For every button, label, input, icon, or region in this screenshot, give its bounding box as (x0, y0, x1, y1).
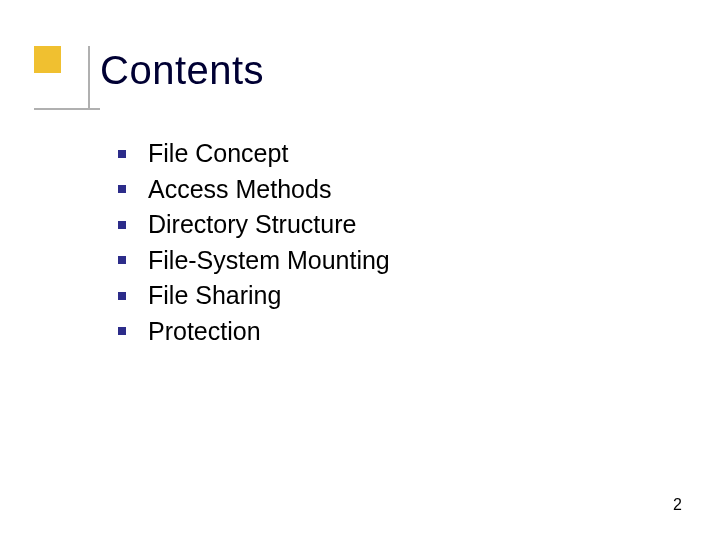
list-item: File-System Mounting (118, 243, 390, 279)
title-decoration (34, 46, 100, 110)
slide-title: Contents (100, 48, 264, 93)
list-item: Access Methods (118, 172, 390, 208)
list-item-label: Directory Structure (148, 207, 356, 243)
bullet-icon (118, 150, 126, 158)
content-list: File Concept Access Methods Directory St… (118, 136, 390, 349)
bullet-icon (118, 292, 126, 300)
bullet-icon (118, 256, 126, 264)
bullet-icon (118, 327, 126, 335)
accent-line-vertical (88, 46, 90, 110)
list-item: File Concept (118, 136, 390, 172)
list-item-label: File-System Mounting (148, 243, 390, 279)
bullet-icon (118, 221, 126, 229)
accent-line-horizontal (34, 108, 100, 110)
list-item-label: Access Methods (148, 172, 331, 208)
list-item: Directory Structure (118, 207, 390, 243)
list-item-label: Protection (148, 314, 261, 350)
list-item: Protection (118, 314, 390, 350)
list-item-label: File Concept (148, 136, 288, 172)
list-item: File Sharing (118, 278, 390, 314)
list-item-label: File Sharing (148, 278, 281, 314)
page-number: 2 (673, 496, 682, 514)
bullet-icon (118, 185, 126, 193)
accent-square (34, 46, 61, 73)
